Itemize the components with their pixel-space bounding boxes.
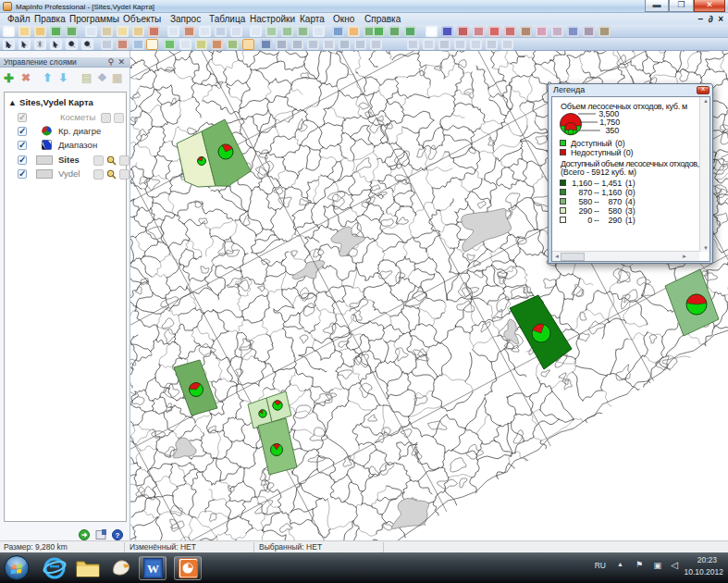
svg-text:W: W	[147, 562, 159, 576]
svg-text:?: ?	[116, 531, 120, 540]
